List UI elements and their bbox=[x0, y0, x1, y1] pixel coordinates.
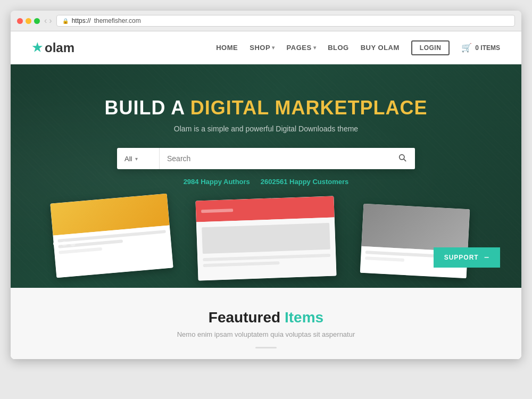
login-button[interactable]: LOGIN bbox=[411, 40, 450, 55]
site-content: ★ olam HOME SHOP ▾ PAGES ▾ BLOG BUY OLAM… bbox=[11, 31, 521, 359]
hero-subheadline: Olam is a simple and powerful Digital Do… bbox=[32, 124, 500, 133]
site-logo[interactable]: ★ olam bbox=[32, 40, 74, 55]
card-image-gray bbox=[361, 204, 470, 252]
slide-dot-3[interactable] bbox=[70, 241, 76, 246]
search-category-dropdown[interactable]: All ▾ bbox=[117, 148, 160, 169]
nav-buy-olam[interactable]: BUY OLAM bbox=[361, 44, 400, 52]
headline-part1: BUILD A bbox=[105, 97, 190, 119]
search-button[interactable] bbox=[389, 148, 415, 169]
search-bar: All ▾ bbox=[117, 148, 415, 169]
shop-chevron-icon: ▾ bbox=[272, 45, 275, 51]
cart-count: 0 ITEMS bbox=[475, 44, 500, 52]
authors-label: Happy Authors bbox=[199, 178, 250, 186]
card-header-bar bbox=[201, 209, 233, 213]
support-button[interactable]: SUPPORT − bbox=[434, 247, 500, 268]
card-body-content bbox=[196, 218, 337, 281]
logo-text: olam bbox=[45, 40, 74, 55]
stat-authors: 2984 Happy Authors bbox=[184, 178, 250, 186]
pages-chevron-icon: ▾ bbox=[313, 45, 317, 51]
category-chevron-icon: ▾ bbox=[135, 156, 138, 162]
maximize-dot[interactable] bbox=[34, 18, 40, 24]
cart-button[interactable]: 🛒 0 ITEMS bbox=[461, 43, 500, 53]
slide-dot-1[interactable] bbox=[53, 241, 59, 246]
logo-star-icon: ★ bbox=[32, 41, 43, 55]
stats-row: 2984 Happy Authors 2602561 Happy Custome… bbox=[32, 178, 500, 186]
cart-icon: 🛒 bbox=[461, 43, 472, 53]
hero-text: BUILD A DIGITAL MARKETPLACE Olam is a si… bbox=[32, 96, 500, 186]
url-protocol: https:// bbox=[72, 17, 91, 24]
preview-card-left bbox=[50, 194, 173, 278]
support-label: SUPPORT bbox=[444, 254, 479, 261]
preview-card-center bbox=[195, 196, 336, 281]
address-bar[interactable]: 🔒 https:// themefisher.com bbox=[56, 15, 515, 27]
headline-highlight: DIGITAL MARKETPLACE bbox=[190, 97, 428, 119]
card-body-line2 bbox=[203, 261, 280, 267]
minimize-dot[interactable] bbox=[26, 18, 31, 24]
search-input[interactable] bbox=[160, 148, 389, 169]
nav-pages[interactable]: PAGES ▾ bbox=[287, 44, 317, 52]
search-icon bbox=[398, 153, 406, 164]
featured-title-part1: Feautured bbox=[209, 309, 285, 326]
customers-label: Happy Customers bbox=[287, 178, 348, 186]
forward-button[interactable]: › bbox=[49, 16, 52, 26]
svg-line-1 bbox=[404, 159, 406, 161]
slideshow-dots bbox=[53, 241, 76, 246]
window-controls bbox=[17, 18, 40, 24]
ssl-lock-icon: 🔒 bbox=[62, 18, 69, 24]
site-nav: ★ olam HOME SHOP ▾ PAGES ▾ BLOG BUY OLAM… bbox=[11, 31, 521, 64]
card-body-line1 bbox=[203, 254, 330, 261]
nav-links: HOME SHOP ▾ PAGES ▾ BLOG BUY OLAM LOGIN … bbox=[216, 40, 500, 55]
slide-dot-2[interactable] bbox=[62, 241, 67, 246]
hero-headline: BUILD A DIGITAL MARKETPLACE bbox=[32, 96, 500, 119]
featured-section: Feautured Items Nemo enim ipsam voluptat… bbox=[11, 288, 521, 359]
browser-window: ‹ › 🔒 https:// themefisher.com ★ olam HO… bbox=[11, 11, 521, 359]
nav-home[interactable]: HOME bbox=[216, 44, 238, 52]
featured-divider bbox=[255, 347, 277, 348]
featured-title-part2: Items bbox=[285, 309, 323, 326]
close-dot[interactable] bbox=[17, 18, 23, 24]
hero-preview-area: SUPPORT − bbox=[32, 198, 500, 262]
customers-count: 2602561 bbox=[261, 178, 288, 186]
featured-subtitle: Nemo enim ipsam voluptatem quia voluptas… bbox=[32, 330, 500, 338]
featured-title: Feautured Items bbox=[32, 309, 500, 326]
card-line-3 bbox=[59, 247, 102, 254]
browser-navigation: ‹ › bbox=[44, 16, 52, 26]
url-domain: themefisher.com bbox=[94, 17, 141, 24]
authors-count: 2984 bbox=[184, 178, 199, 186]
card-info-line2 bbox=[365, 256, 404, 262]
hero-section: BUILD A DIGITAL MARKETPLACE Olam is a si… bbox=[11, 64, 521, 288]
category-label: All bbox=[124, 155, 132, 163]
support-minus-icon: − bbox=[484, 253, 489, 262]
stat-customers: 2602561 Happy Customers bbox=[261, 178, 349, 186]
nav-blog[interactable]: BLOG bbox=[328, 44, 349, 52]
card-image-placeholder bbox=[202, 223, 330, 254]
browser-toolbar: ‹ › 🔒 https:// themefisher.com bbox=[11, 11, 521, 31]
back-button[interactable]: ‹ bbox=[44, 16, 47, 26]
nav-shop[interactable]: SHOP ▾ bbox=[250, 44, 275, 52]
